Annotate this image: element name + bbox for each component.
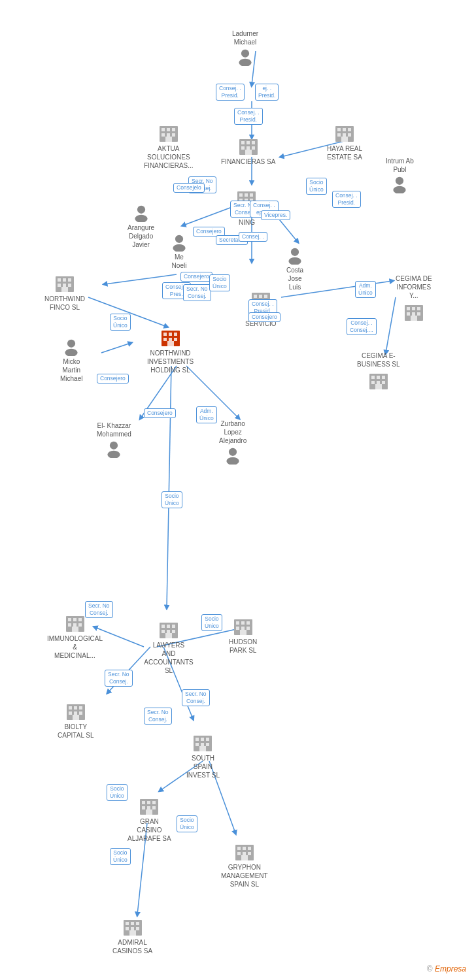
svg-rect-99 <box>382 376 385 379</box>
graph-container: LadurnerMichael Consej. .Presid. ej. .Pr… <box>0 0 476 980</box>
node-sol-financieras[interactable]: FINANCIERAS SA <box>221 134 275 166</box>
node-northwind-finco[interactable]: NORTHWINDFINCO SL <box>44 271 85 312</box>
intrum-ab-label: Intrum AbPubl <box>386 157 414 174</box>
node-micko[interactable]: MickoMartinMichael <box>60 336 82 383</box>
aktua-icon <box>157 121 180 144</box>
badge-consej-presid-3[interactable]: Consej. .Presid. <box>234 108 263 125</box>
svg-rect-112 <box>73 618 76 621</box>
svg-rect-89 <box>163 333 167 336</box>
badge-consejero-4[interactable]: Consejero <box>248 312 280 322</box>
svg-point-49 <box>394 186 406 193</box>
badge-consej-3[interactable]: Consej. . <box>239 232 267 242</box>
svg-rect-133 <box>240 630 246 635</box>
svg-rect-41 <box>337 128 341 131</box>
hudson-label: HUDSONPARK SL <box>229 638 257 655</box>
svg-rect-31 <box>165 137 172 142</box>
node-immunological[interactable]: IMMUNOLOGICAL&MEDICINAL... <box>47 611 103 660</box>
svg-rect-25 <box>162 128 165 131</box>
svg-rect-27 <box>172 128 175 131</box>
admiral-label: ADMIRALCASINOS SA <box>112 938 152 955</box>
node-lawyers[interactable]: LAWYERSANDACCOUNTANTS SL <box>139 617 198 675</box>
badge-consejero-3[interactable]: Consejero <box>180 272 212 282</box>
node-zurbano[interactable]: ZurbanoLopezAlejandro <box>219 419 246 466</box>
badge-consejero-khazzar[interactable]: Consejero <box>144 408 176 418</box>
micko-icon <box>61 336 82 357</box>
biolty-icon <box>64 699 88 723</box>
svg-line-10 <box>386 297 396 353</box>
node-ladurner[interactable]: LadurnerMichael <box>232 29 258 67</box>
node-me-noeli[interactable]: MeNoeli <box>169 232 190 270</box>
node-biolty[interactable]: BIOLTYCAPITAL SL <box>58 699 94 740</box>
svg-rect-165 <box>241 855 248 860</box>
node-cegima[interactable]: CEGIMA DEINFORMESY... <box>396 274 432 323</box>
svg-rect-81 <box>254 295 257 298</box>
svg-rect-34 <box>246 141 250 144</box>
svg-point-104 <box>67 340 75 348</box>
badge-secr-no-consej-biolty[interactable]: Secr. NoConsej. <box>105 670 133 687</box>
badge-socio-unico-down[interactable]: SocioÚnico <box>162 491 182 508</box>
svg-rect-131 <box>241 627 245 630</box>
svg-rect-115 <box>73 623 76 627</box>
svg-rect-42 <box>343 128 346 131</box>
svg-rect-164 <box>248 852 251 855</box>
badge-socio-unico-hudson[interactable]: SocioÚnico <box>201 614 222 631</box>
svg-rect-130 <box>236 627 239 630</box>
badge-secr-no-consej-lawyers[interactable]: Secr. NoConsej. <box>144 708 172 725</box>
badge-secr-no-consej-immuno[interactable]: Secr. NoConsej. <box>85 601 113 618</box>
badge-vicepres[interactable]: Vicepres. <box>261 210 290 220</box>
badge-socio-unico-gran[interactable]: SocioÚnico <box>107 784 128 801</box>
node-northwind-inv[interactable]: NORTHWINDINVESTMENTSHOLDING SL <box>147 325 194 374</box>
node-gran-casino[interactable]: GRANCASINOALJARAFE SA <box>128 794 171 843</box>
node-gryphon[interactable]: GRYPHONMANAGEMENTSPAIN SL <box>221 840 268 889</box>
svg-rect-103 <box>375 384 382 389</box>
svg-point-105 <box>65 349 78 356</box>
node-cegima-ebusiness[interactable]: CEGIMA E-BUSINESS SL <box>357 351 400 392</box>
me-noeli-icon <box>169 232 190 253</box>
svg-rect-143 <box>196 738 199 741</box>
lawyers-icon <box>157 617 180 641</box>
immunological-icon <box>63 611 87 634</box>
badge-socio-unico-2[interactable]: SocioÚnico <box>209 274 230 291</box>
node-hudson[interactable]: HUDSONPARK SL <box>229 614 257 655</box>
svg-point-109 <box>227 457 239 465</box>
node-south-spain[interactable]: SOUTHSPAININVEST SL <box>186 730 220 779</box>
badge-secr-no-consej-2[interactable]: Secr. NoConsej. <box>183 284 211 301</box>
northwind-inv-icon <box>159 325 182 349</box>
svg-rect-127 <box>236 621 239 625</box>
footer-brand: Empresa <box>435 964 466 973</box>
svg-rect-94 <box>174 338 177 341</box>
node-costa[interactable]: CostaJoseLuis <box>284 245 305 291</box>
badge-consej-presid-1[interactable]: Consej. .Presid. <box>216 84 245 101</box>
svg-rect-38 <box>252 146 255 150</box>
svg-line-5 <box>183 206 235 225</box>
badge-consej-consej[interactable]: Consej. .Consej.... <box>347 318 377 335</box>
svg-point-62 <box>291 248 299 256</box>
svg-rect-119 <box>162 625 165 628</box>
node-aktua[interactable]: AKTUASOLUCIONESFINANCIERAS... <box>144 121 194 170</box>
cegima-icon <box>402 300 426 323</box>
badge-adm-unico-cegima[interactable]: Adm.Único <box>355 281 376 298</box>
badge-socio-unico-1[interactable]: SocioÚnico <box>306 178 327 195</box>
node-admiral[interactable]: ADMIRALCASINOS SA <box>112 915 152 955</box>
svg-rect-79 <box>411 316 417 321</box>
badge-consej-presid-4[interactable]: Consej. .Presid. <box>332 191 361 208</box>
badge-secr-no-consej-south[interactable]: Secr. NoConsej. <box>182 689 210 706</box>
zurbano-icon <box>222 445 243 466</box>
svg-rect-71 <box>61 287 68 292</box>
badge-adm-unico-zurbano[interactable]: Adm.Único <box>196 406 217 423</box>
badge-consejero-micko[interactable]: Consejero <box>97 374 129 384</box>
badge-consej-presid-2[interactable]: ej. .Presid. <box>255 84 279 101</box>
svg-rect-36 <box>241 146 245 150</box>
badge-socio-unico-gran2[interactable]: SocioÚnico <box>177 815 197 832</box>
badge-consejero-1[interactable]: Consejelo <box>173 183 205 193</box>
svg-rect-26 <box>167 128 170 131</box>
badge-socio-unico-admiral[interactable]: SocioÚnico <box>110 848 131 865</box>
node-intrum-ab[interactable]: Intrum AbPubl <box>386 157 414 195</box>
badge-socio-unico-finco[interactable]: SocioÚnico <box>110 314 131 331</box>
arangure-label: ArangureDelgadoJavier <box>128 223 154 249</box>
svg-rect-117 <box>72 627 78 632</box>
svg-rect-102 <box>382 381 385 384</box>
node-el-khazzar[interactable]: El- KhazzarMohammed <box>97 421 131 459</box>
node-arangure[interactable]: ArangureDelgadoJavier <box>128 203 154 249</box>
node-haya[interactable]: HAYA REALESTATE SA <box>327 121 362 161</box>
